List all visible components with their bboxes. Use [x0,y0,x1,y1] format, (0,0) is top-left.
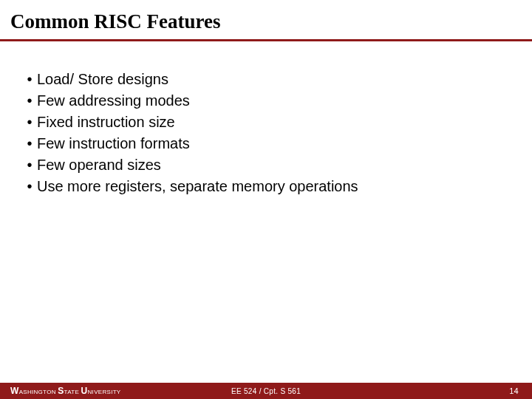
university-label: WASHINGTON STATE UNIVERSITY [0,386,120,396]
list-item: • Few operand sizes [22,155,510,175]
bullet-icon: • [22,134,37,154]
slide-title: Common RISC Features [10,10,532,33]
bullet-icon: • [22,177,37,197]
slide-body: • Load/ Store designs • Few addressing m… [0,41,532,197]
bullet-text: Use more registers, separate memory oper… [37,177,358,197]
bullet-icon: • [22,69,37,89]
uni-text: NIVERSITY [88,389,121,395]
list-item: • Fixed instruction size [22,112,510,132]
list-item: • Load/ Store designs [22,69,510,89]
slide: Common RISC Features • Load/ Store desig… [0,0,532,399]
title-area: Common RISC Features [0,0,532,33]
uni-letter-w: W [10,386,19,396]
list-item: • Use more registers, separate memory op… [22,177,510,197]
bullet-icon: • [22,91,37,111]
list-item: • Few addressing modes [22,91,510,111]
bullet-icon: • [22,112,37,132]
bullet-text: Few addressing modes [37,91,190,111]
bullet-text: Fixed instruction size [37,112,175,132]
footer-bar: WASHINGTON STATE UNIVERSITY EE 524 / Cpt… [0,383,532,399]
list-item: • Few instruction formats [22,134,510,154]
page-number: 14 [509,386,532,395]
bullet-list: • Load/ Store designs • Few addressing m… [22,69,510,197]
bullet-text: Few operand sizes [37,155,161,175]
uni-letter-s: S [58,386,64,396]
bullet-text: Few instruction formats [37,134,190,154]
bullet-icon: • [22,155,37,175]
bullet-text: Load/ Store designs [37,69,168,89]
uni-letter-u: U [81,386,88,396]
uni-text: TATE [64,389,81,395]
uni-text: ASHINGTON [19,389,58,395]
course-label: EE 524 / Cpt. S 561 [231,387,301,395]
